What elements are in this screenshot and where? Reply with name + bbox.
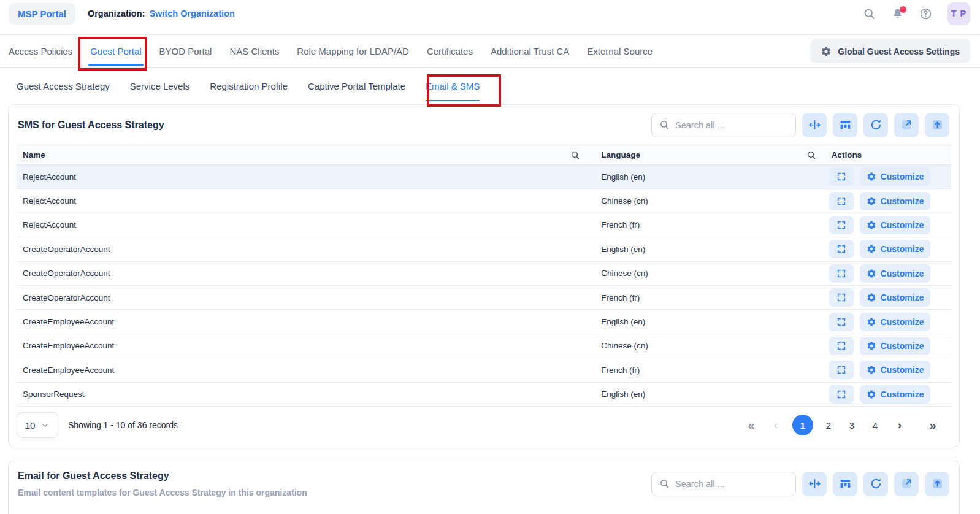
refresh-button[interactable] [863, 113, 888, 137]
open-in-new-button[interactable] [894, 472, 919, 496]
table-row[interactable]: RejectAccount French (fr) Customize [17, 213, 951, 237]
sub-tab-list: Guest Access StrategyService LevelsRegis… [17, 68, 500, 104]
language-column-label: Language [601, 150, 640, 159]
expand-row-button[interactable] [829, 313, 854, 331]
customize-button[interactable]: Customize [860, 240, 931, 258]
customize-button[interactable]: Customize [860, 337, 931, 355]
expand-row-button[interactable] [829, 264, 854, 283]
expand-row-button[interactable] [829, 192, 854, 210]
expand-row-button[interactable] [829, 216, 854, 234]
table-columns-button[interactable] [833, 472, 857, 496]
export-button[interactable] [925, 472, 949, 496]
customize-button[interactable]: Customize [860, 264, 931, 283]
previous-page-button[interactable]: ‹ [768, 415, 784, 435]
row-name: CreateOperatorAccount [17, 245, 591, 254]
refresh-icon [870, 477, 882, 490]
organization-label: Organization: [88, 9, 145, 18]
email-section-card: Email for Guest Access Strategy Email co… [8, 461, 960, 514]
main-tab-external-source[interactable]: External Source [587, 35, 653, 67]
expand-row-button[interactable] [829, 240, 854, 258]
expand-row-button[interactable] [829, 288, 854, 307]
gear-icon [821, 46, 832, 57]
last-page-button[interactable]: » [925, 415, 941, 435]
sms-search-input[interactable] [675, 120, 788, 130]
expand-icon [836, 317, 846, 327]
email-section-title: Email for Guest Access Strategy [18, 470, 307, 481]
expand-row-button[interactable] [829, 337, 854, 355]
sub-tab-guest-access-strategy[interactable]: Guest Access Strategy [17, 68, 110, 104]
row-name: CreateOperatorAccount [17, 293, 591, 302]
page-4-button[interactable]: 4 [867, 415, 883, 435]
row-language: English (en) [591, 245, 820, 254]
row-actions: Customize [821, 361, 951, 379]
page-size-value: 10 [25, 420, 36, 431]
table-row[interactable]: RejectAccount English (en) Customize [17, 165, 951, 189]
customize-button[interactable]: Customize [860, 216, 931, 234]
page-2-button[interactable]: 2 [821, 415, 836, 435]
column-search-icon[interactable] [806, 150, 816, 160]
first-page-button[interactable]: « [743, 415, 759, 435]
page-size-select[interactable]: 10 [17, 412, 58, 438]
name-column-label: Name [23, 150, 45, 159]
table-row[interactable]: CreateEmployeeAccount Chinese (cn) Custo… [17, 334, 951, 358]
next-page-button[interactable]: › [892, 415, 908, 435]
main-tab-guest-portal[interactable]: Guest Portal [90, 35, 141, 67]
main-tab-certificates[interactable]: Certificates [427, 35, 473, 67]
row-actions: Customize [821, 337, 951, 355]
customize-button[interactable]: Customize [860, 385, 931, 404]
expand-icon [836, 365, 846, 375]
expand-row-button[interactable] [829, 167, 854, 186]
msp-portal-button[interactable]: MSP Portal [9, 3, 75, 25]
row-name: CreateEmployeeAccount [17, 317, 591, 326]
email-search-input[interactable] [675, 479, 788, 489]
sms-section-title: SMS for Guest Access Strategy [18, 120, 164, 131]
refresh-button[interactable] [863, 472, 888, 496]
open-in-new-button[interactable] [894, 113, 919, 137]
refresh-icon [870, 118, 882, 131]
row-name: RejectAccount [17, 220, 591, 229]
column-search-icon[interactable] [570, 150, 580, 160]
table-row[interactable]: RejectAccount Chinese (cn) Customize [17, 189, 951, 213]
organization-name-link[interactable]: Switch Organization [149, 9, 234, 18]
customize-button[interactable]: Customize [860, 192, 931, 210]
main-tab-access-policies[interactable]: Access Policies [9, 35, 72, 67]
table-row[interactable]: CreateEmployeeAccount English (en) Custo… [17, 310, 951, 334]
fit-columns-button[interactable] [802, 472, 827, 496]
page-1-button[interactable]: 1 [792, 415, 813, 435]
table-row[interactable]: CreateEmployeeAccount French (fr) Custom… [17, 358, 951, 382]
expand-row-button[interactable] [829, 385, 854, 404]
sub-tab-email-sms[interactable]: Email & SMS [426, 68, 480, 104]
table-row[interactable]: CreateOperatorAccount English (en) Custo… [17, 237, 951, 261]
expand-row-button[interactable] [829, 361, 854, 379]
expand-icon [836, 269, 846, 278]
row-name: CreateEmployeeAccount [17, 341, 591, 350]
search-button[interactable] [863, 7, 876, 20]
help-button[interactable] [919, 7, 932, 20]
customize-button[interactable]: Customize [860, 288, 931, 307]
sub-tab-registration-profile[interactable]: Registration Profile [210, 68, 288, 104]
search-icon [863, 7, 876, 20]
row-actions: Customize [821, 264, 951, 283]
main-tab-byod-portal[interactable]: BYOD Portal [159, 35, 212, 67]
table-row[interactable]: CreateOperatorAccount Chinese (cn) Custo… [17, 262, 951, 286]
table-row[interactable]: SponsorRequest English (en) Customize [17, 383, 951, 407]
avatar[interactable]: T P [947, 2, 970, 25]
notifications-button[interactable] [891, 7, 904, 20]
sub-tab-captive-portal-template[interactable]: Captive Portal Template [308, 68, 405, 104]
customize-button[interactable]: Customize [860, 167, 931, 186]
email-section-subtitle: Email content templates for Guest Access… [18, 488, 307, 497]
customize-button[interactable]: Customize [860, 361, 931, 379]
table-columns-button[interactable] [833, 113, 857, 137]
main-tab-nas-clients[interactable]: NAS Clients [229, 35, 279, 67]
sub-tab-service-levels[interactable]: Service Levels [130, 68, 190, 104]
page-3-button[interactable]: 3 [844, 415, 860, 435]
global-guest-access-settings-button[interactable]: Global Guest Access Settings [810, 39, 970, 63]
fit-columns-button[interactable] [802, 113, 827, 137]
open-in-new-icon [900, 118, 913, 131]
table-row[interactable]: CreateOperatorAccount French (fr) Custom… [17, 286, 951, 310]
main-tab-role-mapping-for-ldap-ad[interactable]: Role Mapping for LDAP/AD [297, 35, 409, 67]
column-header-language: Language [591, 150, 820, 160]
main-tab-additional-trust-ca[interactable]: Additional Trust CA [491, 35, 569, 67]
export-button[interactable] [925, 113, 949, 137]
customize-button[interactable]: Customize [860, 313, 931, 331]
